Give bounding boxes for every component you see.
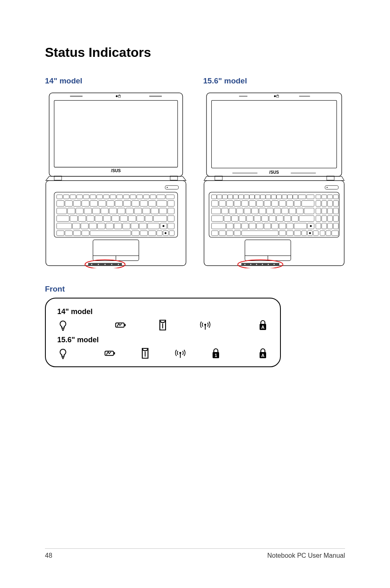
battery-indicator-icon bbox=[99, 319, 141, 331]
svg-rect-22 bbox=[103, 195, 109, 199]
svg-rect-173 bbox=[274, 208, 281, 214]
svg-rect-181 bbox=[333, 208, 338, 214]
svg-rect-216 bbox=[219, 231, 226, 236]
svg-rect-62 bbox=[78, 215, 86, 221]
svg-rect-82 bbox=[139, 223, 147, 229]
svg-rect-127 bbox=[217, 195, 222, 199]
svg-point-107 bbox=[118, 264, 119, 265]
svg-rect-50 bbox=[92, 208, 100, 214]
svg-rect-227 bbox=[320, 231, 325, 236]
svg-rect-73 bbox=[57, 223, 72, 229]
svg-point-246 bbox=[204, 324, 206, 326]
svg-rect-170 bbox=[251, 208, 258, 214]
svg-rect-157 bbox=[279, 201, 286, 206]
svg-rect-178 bbox=[316, 208, 321, 214]
svg-rect-175 bbox=[289, 208, 296, 214]
svg-rect-222 bbox=[294, 231, 300, 236]
svg-rect-26 bbox=[130, 195, 136, 199]
svg-rect-204 bbox=[264, 223, 271, 229]
svg-rect-202 bbox=[249, 223, 256, 229]
svg-point-255 bbox=[179, 352, 182, 354]
model-156-heading: 15.6" model bbox=[203, 76, 345, 85]
svg-rect-144 bbox=[316, 195, 321, 199]
svg-text:A: A bbox=[261, 353, 264, 358]
svg-rect-191 bbox=[284, 215, 291, 221]
svg-rect-176 bbox=[297, 208, 303, 214]
svg-rect-187 bbox=[254, 215, 261, 221]
svg-point-237 bbox=[262, 264, 263, 265]
svg-rect-93 bbox=[140, 231, 148, 236]
svg-rect-0 bbox=[49, 93, 183, 176]
svg-rect-135 bbox=[260, 195, 265, 199]
diagram-row: 14" model /SUS bbox=[45, 76, 345, 270]
num-lock-icon: 1 bbox=[198, 348, 233, 359]
svg-point-236 bbox=[256, 264, 257, 265]
svg-point-104 bbox=[98, 264, 99, 265]
svg-rect-75 bbox=[81, 223, 88, 229]
svg-rect-126 bbox=[211, 195, 216, 199]
svg-rect-221 bbox=[287, 231, 293, 236]
drive-activity-icon bbox=[142, 319, 184, 331]
svg-rect-223 bbox=[302, 231, 307, 236]
svg-rect-61 bbox=[70, 215, 77, 221]
svg-rect-145 bbox=[322, 195, 327, 199]
svg-rect-67 bbox=[120, 215, 128, 221]
svg-rect-142 bbox=[298, 195, 306, 199]
svg-rect-54 bbox=[126, 208, 133, 214]
svg-rect-128 bbox=[222, 195, 227, 199]
svg-rect-155 bbox=[264, 201, 271, 206]
svg-rect-37 bbox=[99, 201, 106, 206]
svg-rect-83 bbox=[148, 223, 159, 229]
svg-rect-95 bbox=[157, 231, 162, 236]
svg-rect-226 bbox=[313, 231, 318, 236]
page-title: Status Indicators bbox=[45, 45, 345, 60]
svg-point-85 bbox=[163, 225, 164, 227]
svg-rect-189 bbox=[269, 215, 276, 221]
svg-rect-154 bbox=[257, 201, 263, 206]
svg-rect-78 bbox=[106, 223, 113, 229]
svg-point-210 bbox=[310, 225, 312, 227]
svg-rect-200 bbox=[234, 223, 241, 229]
svg-rect-201 bbox=[242, 223, 248, 229]
svg-rect-24 bbox=[117, 195, 123, 199]
svg-rect-56 bbox=[143, 208, 150, 214]
col-14: 14" model /SUS bbox=[45, 76, 187, 270]
svg-rect-86 bbox=[168, 223, 174, 229]
svg-rect-15 bbox=[57, 195, 63, 199]
page-number: 48 bbox=[45, 552, 52, 559]
svg-rect-218 bbox=[234, 231, 241, 236]
svg-point-97 bbox=[165, 232, 166, 234]
svg-rect-211 bbox=[316, 223, 321, 229]
svg-rect-182 bbox=[211, 215, 223, 221]
svg-point-106 bbox=[111, 264, 112, 265]
svg-rect-146 bbox=[327, 195, 332, 199]
svg-rect-35 bbox=[82, 201, 89, 206]
front-14-label: 14" model bbox=[57, 307, 269, 316]
svg-rect-77 bbox=[98, 223, 105, 229]
svg-point-235 bbox=[250, 264, 251, 265]
svg-rect-70 bbox=[145, 215, 152, 221]
manual-page: Status Indicators 14" model /SUS bbox=[0, 0, 390, 588]
svg-rect-31 bbox=[166, 195, 174, 199]
svg-rect-184 bbox=[231, 215, 238, 221]
footer-text: Notebook PC User Manual bbox=[267, 552, 345, 559]
battery-indicator-icon bbox=[92, 348, 128, 359]
svg-rect-214 bbox=[333, 223, 338, 229]
svg-rect-40 bbox=[123, 201, 131, 206]
svg-rect-137 bbox=[271, 195, 276, 199]
svg-rect-195 bbox=[322, 215, 327, 221]
svg-rect-45 bbox=[168, 201, 174, 206]
svg-rect-138 bbox=[277, 195, 282, 199]
svg-rect-18 bbox=[77, 195, 83, 199]
svg-rect-134 bbox=[255, 195, 260, 199]
svg-rect-76 bbox=[89, 223, 96, 229]
svg-rect-203 bbox=[257, 223, 263, 229]
svg-rect-194 bbox=[316, 215, 321, 221]
svg-rect-38 bbox=[107, 201, 114, 206]
svg-rect-65 bbox=[103, 215, 111, 221]
svg-rect-168 bbox=[237, 208, 243, 214]
svg-rect-169 bbox=[244, 208, 251, 214]
svg-rect-53 bbox=[118, 208, 125, 214]
svg-rect-212 bbox=[322, 223, 327, 229]
svg-rect-217 bbox=[226, 231, 233, 236]
